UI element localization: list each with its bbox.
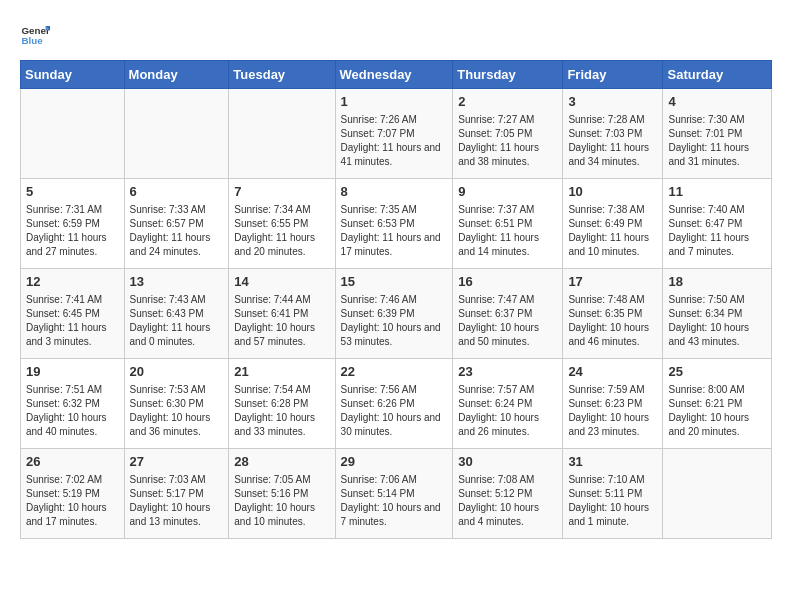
day-info-line: Sunset: 6:23 PM (568, 397, 657, 411)
calendar-week-row: 12Sunrise: 7:41 AMSunset: 6:45 PMDayligh… (21, 269, 772, 359)
day-info-line: Sunset: 6:28 PM (234, 397, 329, 411)
day-info-line: Sunset: 7:01 PM (668, 127, 766, 141)
weekday-header-tuesday: Tuesday (229, 61, 335, 89)
day-number: 1 (341, 93, 448, 111)
day-info-line: Sunset: 6:41 PM (234, 307, 329, 321)
day-info-line: Daylight: 11 hours and 0 minutes. (130, 321, 224, 349)
day-info-line: Daylight: 10 hours and 30 minutes. (341, 411, 448, 439)
day-info-line: Sunrise: 7:33 AM (130, 203, 224, 217)
day-info-line: Daylight: 11 hours and 31 minutes. (668, 141, 766, 169)
day-number: 25 (668, 363, 766, 381)
day-info-line: Daylight: 10 hours and 57 minutes. (234, 321, 329, 349)
weekday-header-monday: Monday (124, 61, 229, 89)
day-info-line: Sunset: 6:59 PM (26, 217, 119, 231)
calendar-day-30: 30Sunrise: 7:08 AMSunset: 5:12 PMDayligh… (453, 449, 563, 539)
day-info-line: Sunrise: 7:30 AM (668, 113, 766, 127)
day-info-line: Daylight: 10 hours and 20 minutes. (668, 411, 766, 439)
day-info-line: Daylight: 11 hours and 27 minutes. (26, 231, 119, 259)
calendar-day-26: 26Sunrise: 7:02 AMSunset: 5:19 PMDayligh… (21, 449, 125, 539)
day-number: 5 (26, 183, 119, 201)
day-info-line: Sunset: 6:26 PM (341, 397, 448, 411)
calendar-day-4: 4Sunrise: 7:30 AMSunset: 7:01 PMDaylight… (663, 89, 772, 179)
day-info-line: Sunrise: 7:47 AM (458, 293, 557, 307)
calendar-day-empty (21, 89, 125, 179)
day-info-line: Sunrise: 7:34 AM (234, 203, 329, 217)
header: General Blue (20, 20, 772, 50)
day-info-line: Sunrise: 7:57 AM (458, 383, 557, 397)
calendar-day-2: 2Sunrise: 7:27 AMSunset: 7:05 PMDaylight… (453, 89, 563, 179)
day-number: 8 (341, 183, 448, 201)
day-info-line: Sunset: 6:49 PM (568, 217, 657, 231)
calendar-table: SundayMondayTuesdayWednesdayThursdayFrid… (20, 60, 772, 539)
calendar-day-7: 7Sunrise: 7:34 AMSunset: 6:55 PMDaylight… (229, 179, 335, 269)
calendar-day-25: 25Sunrise: 8:00 AMSunset: 6:21 PMDayligh… (663, 359, 772, 449)
calendar-day-empty (229, 89, 335, 179)
day-info-line: Sunrise: 7:50 AM (668, 293, 766, 307)
calendar-day-empty (124, 89, 229, 179)
day-info-line: Sunrise: 7:38 AM (568, 203, 657, 217)
day-number: 30 (458, 453, 557, 471)
calendar-week-row: 1Sunrise: 7:26 AMSunset: 7:07 PMDaylight… (21, 89, 772, 179)
day-info-line: Sunrise: 7:59 AM (568, 383, 657, 397)
calendar-day-1: 1Sunrise: 7:26 AMSunset: 7:07 PMDaylight… (335, 89, 453, 179)
calendar-day-23: 23Sunrise: 7:57 AMSunset: 6:24 PMDayligh… (453, 359, 563, 449)
day-info-line: Sunset: 5:19 PM (26, 487, 119, 501)
day-info-line: Sunrise: 7:46 AM (341, 293, 448, 307)
day-info-line: Daylight: 10 hours and 46 minutes. (568, 321, 657, 349)
svg-text:Blue: Blue (22, 35, 44, 46)
day-info-line: Sunrise: 7:48 AM (568, 293, 657, 307)
day-number: 9 (458, 183, 557, 201)
weekday-header-saturday: Saturday (663, 61, 772, 89)
calendar-day-31: 31Sunrise: 7:10 AMSunset: 5:11 PMDayligh… (563, 449, 663, 539)
calendar-day-17: 17Sunrise: 7:48 AMSunset: 6:35 PMDayligh… (563, 269, 663, 359)
day-info-line: Daylight: 11 hours and 38 minutes. (458, 141, 557, 169)
day-info-line: Sunset: 7:07 PM (341, 127, 448, 141)
calendar-day-28: 28Sunrise: 7:05 AMSunset: 5:16 PMDayligh… (229, 449, 335, 539)
day-number: 4 (668, 93, 766, 111)
calendar-day-12: 12Sunrise: 7:41 AMSunset: 6:45 PMDayligh… (21, 269, 125, 359)
calendar-day-10: 10Sunrise: 7:38 AMSunset: 6:49 PMDayligh… (563, 179, 663, 269)
day-info-line: Sunrise: 7:06 AM (341, 473, 448, 487)
day-info-line: Sunset: 6:47 PM (668, 217, 766, 231)
day-info-line: Daylight: 10 hours and 43 minutes. (668, 321, 766, 349)
day-info-line: Sunrise: 7:31 AM (26, 203, 119, 217)
day-info-line: Sunrise: 7:27 AM (458, 113, 557, 127)
day-info-line: Sunrise: 7:03 AM (130, 473, 224, 487)
day-number: 2 (458, 93, 557, 111)
day-info-line: Daylight: 11 hours and 14 minutes. (458, 231, 557, 259)
day-info-line: Sunrise: 7:10 AM (568, 473, 657, 487)
day-info-line: Daylight: 11 hours and 7 minutes. (668, 231, 766, 259)
day-info-line: Daylight: 10 hours and 50 minutes. (458, 321, 557, 349)
calendar-day-14: 14Sunrise: 7:44 AMSunset: 6:41 PMDayligh… (229, 269, 335, 359)
day-info-line: Sunset: 7:03 PM (568, 127, 657, 141)
day-info-line: Sunset: 6:39 PM (341, 307, 448, 321)
day-number: 24 (568, 363, 657, 381)
day-info-line: Sunrise: 7:41 AM (26, 293, 119, 307)
day-info-line: Sunrise: 7:05 AM (234, 473, 329, 487)
day-number: 18 (668, 273, 766, 291)
day-number: 3 (568, 93, 657, 111)
day-number: 16 (458, 273, 557, 291)
day-info-line: Daylight: 11 hours and 20 minutes. (234, 231, 329, 259)
calendar-day-20: 20Sunrise: 7:53 AMSunset: 6:30 PMDayligh… (124, 359, 229, 449)
day-number: 26 (26, 453, 119, 471)
calendar-day-19: 19Sunrise: 7:51 AMSunset: 6:32 PMDayligh… (21, 359, 125, 449)
day-number: 23 (458, 363, 557, 381)
day-number: 7 (234, 183, 329, 201)
day-info-line: Sunset: 5:17 PM (130, 487, 224, 501)
calendar-day-29: 29Sunrise: 7:06 AMSunset: 5:14 PMDayligh… (335, 449, 453, 539)
calendar-day-18: 18Sunrise: 7:50 AMSunset: 6:34 PMDayligh… (663, 269, 772, 359)
calendar-day-27: 27Sunrise: 7:03 AMSunset: 5:17 PMDayligh… (124, 449, 229, 539)
calendar-day-22: 22Sunrise: 7:56 AMSunset: 6:26 PMDayligh… (335, 359, 453, 449)
day-info-line: Sunset: 6:32 PM (26, 397, 119, 411)
calendar-day-9: 9Sunrise: 7:37 AMSunset: 6:51 PMDaylight… (453, 179, 563, 269)
day-info-line: Sunset: 6:37 PM (458, 307, 557, 321)
day-info-line: Daylight: 10 hours and 40 minutes. (26, 411, 119, 439)
day-info-line: Daylight: 10 hours and 4 minutes. (458, 501, 557, 529)
day-info-line: Daylight: 11 hours and 3 minutes. (26, 321, 119, 349)
day-number: 6 (130, 183, 224, 201)
weekday-header-thursday: Thursday (453, 61, 563, 89)
logo-icon: General Blue (20, 20, 50, 50)
calendar-day-5: 5Sunrise: 7:31 AMSunset: 6:59 PMDaylight… (21, 179, 125, 269)
day-info-line: Sunset: 5:14 PM (341, 487, 448, 501)
